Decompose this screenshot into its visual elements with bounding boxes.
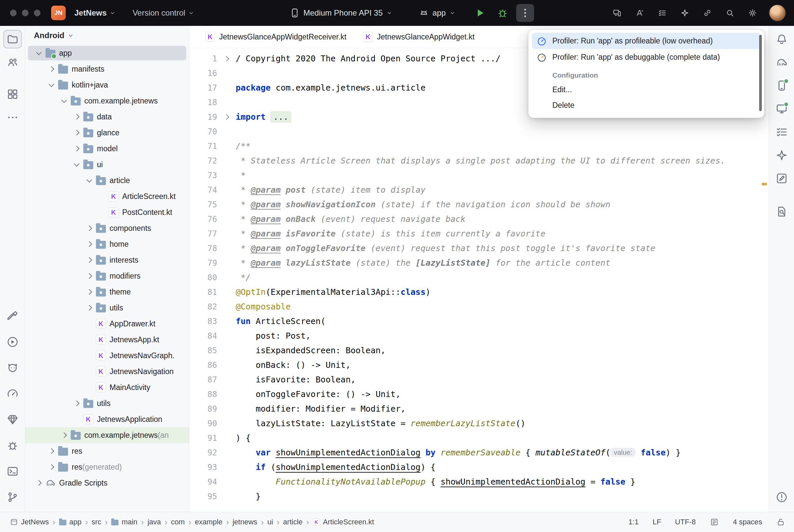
run-menu-config-edit[interactable]: Edit...: [532, 82, 761, 97]
bug-icon[interactable]: [3, 436, 22, 455]
line-number[interactable]: 90: [189, 416, 217, 431]
line-number[interactable]: 93: [189, 460, 217, 475]
line-number[interactable]: 87: [189, 373, 217, 387]
breadcrumb-item-java[interactable]: java: [146, 518, 162, 526]
menu-scrollbar-thumb[interactable]: [759, 35, 762, 111]
tree-item-article[interactable]: article: [25, 172, 189, 188]
line-number[interactable]: 79: [189, 256, 217, 270]
tree-item-postcontent-kt[interactable]: KPostContent.kt: [25, 204, 189, 220]
chevron-right-icon[interactable]: [59, 433, 69, 437]
line-number[interactable]: 70: [189, 125, 217, 139]
breadcrumb-item-jetnews[interactable]: JetNews: [8, 518, 50, 526]
chevron-down-icon[interactable]: [72, 164, 82, 166]
indent-setting[interactable]: 4 spaces: [733, 518, 762, 526]
readonly-lock-icon[interactable]: [776, 517, 786, 527]
file-encoding[interactable]: UTF-8: [675, 518, 696, 526]
editor-layout-icon[interactable]: [710, 517, 719, 527]
chevron-right-icon[interactable]: [34, 481, 44, 485]
breadcrumb-item-article[interactable]: article: [282, 518, 304, 526]
tree-item-home[interactable]: home: [25, 236, 189, 252]
tree-item-utils[interactable]: utils: [25, 300, 189, 316]
maximize-window-icon[interactable]: [34, 10, 40, 16]
version-control-icon[interactable]: [3, 488, 22, 507]
line-number[interactable]: 81: [189, 285, 217, 300]
line-number[interactable]: 92: [189, 445, 217, 460]
resource-manager-icon[interactable]: [3, 85, 22, 103]
project-widget[interactable]: JetNews: [71, 6, 119, 20]
line-number[interactable]: 71: [189, 139, 217, 154]
build-icon[interactable]: [3, 307, 22, 325]
project-icon[interactable]: [3, 30, 22, 49]
problems-icon[interactable]: [772, 488, 791, 507]
tree-item-theme[interactable]: theme: [25, 284, 189, 300]
tree-item-mainactivity[interactable]: KMainActivity: [25, 379, 189, 395]
structure-icon[interactable]: [772, 123, 791, 141]
line-number[interactable]: 89: [189, 402, 217, 416]
gemini-icon[interactable]: [772, 146, 791, 165]
chevron-right-icon[interactable]: [84, 306, 94, 310]
project-view-selector[interactable]: Android: [25, 26, 189, 45]
user-avatar[interactable]: [769, 4, 786, 22]
line-number[interactable]: 80: [189, 270, 217, 285]
run-menu-config-delete[interactable]: Delete: [532, 97, 761, 113]
notifications-icon[interactable]: [772, 30, 791, 49]
logcat-icon[interactable]: [3, 359, 22, 377]
line-number[interactable]: 73: [189, 168, 217, 183]
breadcrumb-item-app[interactable]: app: [58, 518, 83, 526]
editor-tab-2[interactable]: KJetnewsGlanceAppWidget.kt: [356, 26, 482, 48]
layout-inspector-icon[interactable]: [772, 169, 791, 188]
device-manager-icon[interactable]: [772, 76, 791, 95]
line-number[interactable]: 88: [189, 387, 217, 402]
chevron-right-icon[interactable]: [72, 147, 82, 151]
chevron-down-icon[interactable]: [47, 84, 56, 86]
tree-item-components[interactable]: components: [25, 220, 189, 236]
chevron-right-icon[interactable]: [72, 401, 82, 405]
more-run-options-button[interactable]: [516, 4, 534, 22]
line-number[interactable]: 84: [189, 329, 217, 343]
chevron-right-icon[interactable]: [84, 242, 94, 246]
breadcrumb-item-src[interactable]: src: [90, 518, 103, 526]
caret-position[interactable]: 1:1: [628, 518, 639, 526]
chevron-right-icon[interactable]: [84, 274, 94, 278]
line-number[interactable]: 75: [189, 197, 217, 212]
profiler-icon[interactable]: [3, 384, 22, 403]
tree-item-articlescreen-kt[interactable]: KArticleScreen.kt: [25, 188, 189, 204]
chevron-right-icon[interactable]: [47, 67, 56, 71]
tree-item-jetnewsnavgraph[interactable]: KJetnewsNavGraph.: [25, 347, 189, 363]
tree-item-gradle-scripts[interactable]: Gradle Scripts: [25, 475, 189, 491]
chevron-down-icon[interactable]: [84, 179, 94, 182]
chevron-right-icon[interactable]: [72, 115, 82, 119]
breadcrumb-item-example[interactable]: example: [193, 518, 224, 526]
close-window-icon[interactable]: [10, 10, 17, 16]
minimize-window-icon[interactable]: [22, 10, 29, 16]
line-number[interactable]: 74: [189, 183, 217, 197]
tree-item-app[interactable]: app: [25, 45, 189, 61]
breadcrumb-item-articlescreen-kt[interactable]: KArticleScreen.kt: [311, 518, 375, 526]
gradle-icon[interactable]: [772, 53, 791, 72]
tree-item-res-generated[interactable]: res (generated): [25, 459, 189, 475]
vcs-widget[interactable]: Version control: [129, 6, 198, 20]
breadcrumb-item-main[interactable]: main: [110, 518, 139, 526]
line-number[interactable]: 95: [189, 489, 217, 504]
tree-item-kotlin-java[interactable]: kotlin+java: [25, 77, 189, 93]
chevron-right-icon[interactable]: [84, 258, 94, 262]
checklist-icon[interactable]: [656, 7, 668, 19]
tree-item-interests[interactable]: interests: [25, 252, 189, 268]
chevron-right-icon[interactable]: [72, 131, 82, 135]
line-number[interactable]: 86: [189, 358, 217, 373]
tree-item-jetnewsapplication[interactable]: KJetnewsApplication: [25, 411, 189, 427]
line-number[interactable]: 94: [189, 475, 217, 489]
breadcrumb-item-ui[interactable]: ui: [266, 518, 274, 526]
line-number[interactable]: 18: [189, 95, 217, 110]
running-devices-icon[interactable]: [772, 99, 791, 118]
line-number[interactable]: 1: [189, 52, 217, 66]
ai-assist-icon[interactable]: [633, 7, 646, 19]
device-selector[interactable]: Medium Phone API 35: [288, 7, 395, 19]
running-devices-icon[interactable]: [611, 7, 623, 19]
line-number[interactable]: 91: [189, 431, 217, 445]
chevron-down-icon[interactable]: [34, 52, 44, 54]
warning-stripe-marker[interactable]: [762, 183, 767, 185]
tree-item-appdrawer-kt[interactable]: KAppDrawer.kt: [25, 316, 189, 332]
line-number[interactable]: 82: [189, 300, 217, 314]
line-separator[interactable]: LF: [652, 518, 661, 526]
